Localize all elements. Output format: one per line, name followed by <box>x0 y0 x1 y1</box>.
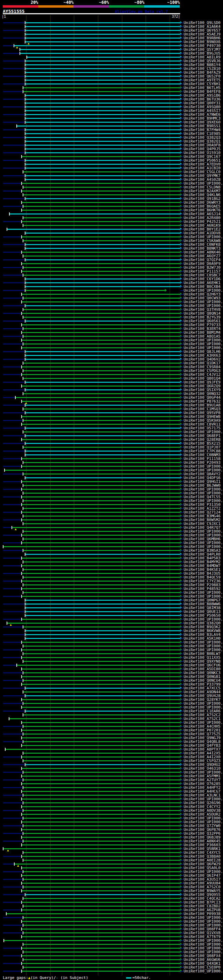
alignment-bar[interactable] <box>22 385 180 387</box>
alignment-bar[interactable] <box>22 783 180 784</box>
alignment-bar[interactable] <box>25 435 180 436</box>
alignment-bar[interactable] <box>22 776 180 776</box>
alignment-bar[interactable] <box>25 76 180 77</box>
alignment-bar[interactable] <box>25 148 180 150</box>
alignment-bar[interactable] <box>23 795 180 796</box>
alignment-bar[interactable] <box>23 420 180 421</box>
alignment-bar[interactable] <box>23 569 180 570</box>
alignment-bar[interactable] <box>25 152 180 153</box>
alignment-bar[interactable] <box>22 668 180 670</box>
alignment-bar[interactable] <box>17 126 180 127</box>
alignment-bar[interactable] <box>23 328 180 329</box>
alignment-bar[interactable] <box>25 634 180 635</box>
alignment-bar[interactable] <box>22 619 180 620</box>
alignment-bar[interactable] <box>23 951 180 953</box>
alignment-bar[interactable] <box>22 542 180 543</box>
alignment-bar[interactable] <box>22 489 180 490</box>
alignment-bar[interactable] <box>23 787 180 788</box>
alignment-bar[interactable] <box>25 711 180 712</box>
alignment-bar[interactable] <box>23 802 180 803</box>
alignment-bar[interactable] <box>23 898 180 899</box>
alignment-bar[interactable] <box>25 454 180 455</box>
alignment-bar[interactable] <box>25 22 180 23</box>
alignment-bar[interactable] <box>27 57 180 58</box>
alignment-bar[interactable] <box>25 638 180 639</box>
alignment-bar[interactable] <box>25 95 180 96</box>
alignment-bar[interactable] <box>25 72 180 73</box>
alignment-bar[interactable] <box>22 332 180 333</box>
alignment-bar[interactable] <box>25 38 180 38</box>
alignment-bar[interactable] <box>25 83 180 84</box>
alignment-bar[interactable] <box>23 818 180 819</box>
alignment-bar[interactable] <box>22 649 180 651</box>
alignment-bar[interactable] <box>25 232 180 234</box>
alignment-bar[interactable] <box>25 630 180 631</box>
alignment-bar[interactable] <box>23 217 180 218</box>
alignment-bar[interactable] <box>25 167 180 169</box>
alignment-bar[interactable] <box>22 458 180 459</box>
alignment-bar[interactable] <box>14 864 180 865</box>
alignment-bar[interactable] <box>23 825 180 826</box>
alignment-bar[interactable] <box>23 550 180 551</box>
alignment-bar[interactable] <box>25 405 180 406</box>
alignment-bar[interactable] <box>22 707 180 708</box>
alignment-bar[interactable] <box>23 860 180 861</box>
alignment-bar[interactable] <box>22 829 180 830</box>
alignment-bar[interactable] <box>22 799 180 800</box>
alignment-bar[interactable] <box>4 940 180 941</box>
alignment-bar[interactable] <box>22 366 180 368</box>
alignment-bar[interactable] <box>22 745 180 746</box>
alignment-bar[interactable] <box>23 932 180 934</box>
alignment-bar[interactable] <box>25 615 180 616</box>
alignment-bar[interactable] <box>23 370 180 371</box>
alignment-bar[interactable] <box>25 137 180 138</box>
alignment-bar[interactable] <box>22 325 180 325</box>
alignment-bar[interactable] <box>25 321 180 321</box>
alignment-bar[interactable] <box>23 523 180 524</box>
alignment-bar[interactable] <box>17 665 180 666</box>
alignment-bar[interactable] <box>25 259 180 260</box>
alignment-bar[interactable] <box>23 726 180 727</box>
alignment-bar[interactable] <box>22 676 180 677</box>
alignment-bar[interactable] <box>23 240 180 241</box>
alignment-bar[interactable] <box>25 603 180 605</box>
alignment-bar[interactable] <box>25 305 180 306</box>
alignment-bar[interactable] <box>22 963 180 964</box>
alignment-bar[interactable] <box>22 236 180 237</box>
alignment-bar[interactable] <box>22 845 180 845</box>
alignment-bar[interactable] <box>25 80 180 81</box>
alignment-bar[interactable] <box>23 508 180 509</box>
alignment-bar[interactable] <box>25 198 180 199</box>
alignment-bar[interactable] <box>25 110 180 111</box>
alignment-bar[interactable] <box>25 894 180 895</box>
alignment-bar[interactable] <box>23 336 180 337</box>
alignment-bar[interactable] <box>23 680 180 681</box>
alignment-bar[interactable] <box>23 447 180 448</box>
alignment-bar[interactable] <box>25 355 180 356</box>
alignment-bar[interactable] <box>22 856 180 857</box>
alignment-bar[interactable] <box>22 271 180 272</box>
alignment-bar[interactable] <box>22 294 180 295</box>
alignment-bar[interactable] <box>23 577 180 578</box>
alignment-bar[interactable] <box>22 684 180 685</box>
alignment-bar[interactable] <box>25 103 180 103</box>
alignment-bar[interactable] <box>23 917 180 918</box>
alignment-bar[interactable] <box>14 45 180 46</box>
alignment-bar[interactable] <box>23 741 180 742</box>
alignment-bar[interactable] <box>22 504 180 505</box>
alignment-bar[interactable] <box>22 512 180 513</box>
alignment-bar[interactable] <box>25 687 180 689</box>
alignment-bar[interactable] <box>22 768 180 769</box>
alignment-bar[interactable] <box>22 699 180 700</box>
alignment-bar[interactable] <box>5 749 180 750</box>
alignment-bar[interactable] <box>22 814 180 815</box>
alignment-bar[interactable] <box>23 91 180 92</box>
alignment-bar[interactable] <box>25 179 180 180</box>
alignment-bar[interactable] <box>23 474 180 474</box>
alignment-bar[interactable] <box>23 172 180 172</box>
alignment-bar[interactable] <box>23 841 180 842</box>
alignment-bar[interactable] <box>23 256 180 256</box>
alignment-bar[interactable] <box>23 500 180 501</box>
alignment-bar[interactable] <box>22 519 180 520</box>
alignment-bar[interactable] <box>23 267 180 268</box>
